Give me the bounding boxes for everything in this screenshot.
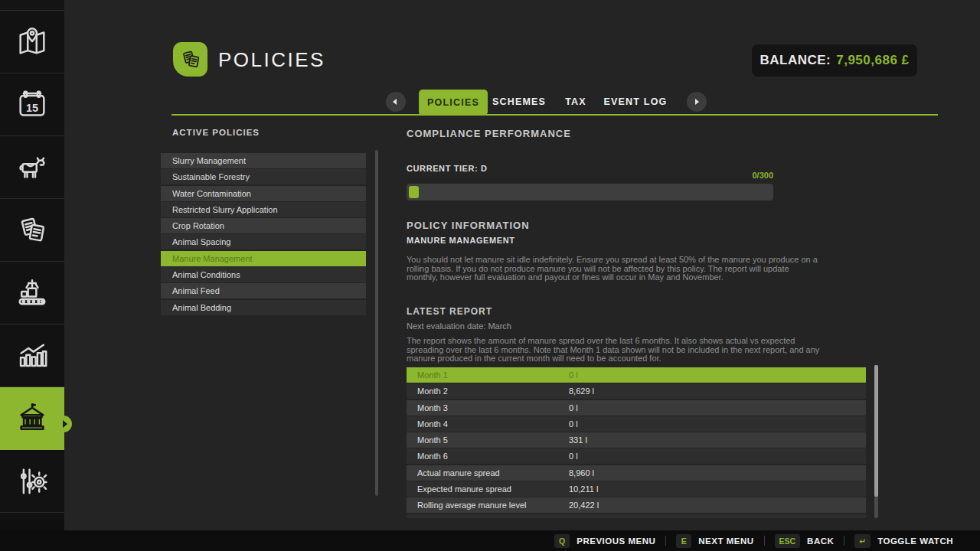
- compliance-score: 0/300: [407, 171, 773, 180]
- active-menu-pointer: [55, 416, 72, 432]
- prev-tab-button[interactable]: [386, 92, 406, 112]
- row-label: Month 1: [417, 367, 448, 383]
- row-value: 10,211 l: [569, 481, 598, 497]
- row-label: Month 6: [417, 448, 448, 464]
- row-label: Expected manure spread: [417, 481, 511, 497]
- report-description: The report shows the amount of manure sp…: [407, 337, 820, 364]
- settings-icon: [15, 464, 50, 499]
- bank-icon: [15, 401, 50, 436]
- production-icon: [15, 276, 50, 311]
- row-value: 20,422 l: [569, 497, 599, 513]
- tab-policies[interactable]: POLICIES: [419, 90, 488, 116]
- sidebar-item-settings[interactable]: [0, 450, 64, 513]
- policy-description: You should not let manure sit idle indef…: [407, 256, 818, 282]
- policy-item[interactable]: Restricted Slurry Application: [161, 202, 366, 217]
- table-row[interactable]: Month 6 0 l: [407, 448, 866, 464]
- shortcut-label: TOGGLE WATCH: [877, 536, 953, 546]
- policy-item[interactable]: Animal Spacing: [161, 234, 366, 249]
- active-policies-list: Slurry Management Sustainable Forestry W…: [161, 153, 366, 315]
- row-value: 0 l: [569, 367, 578, 383]
- report-table: Month 1 0 l Month 2 8,629 l Month 3 0 l …: [407, 367, 866, 518]
- documents-icon: [178, 47, 203, 72]
- key-esc: ESC: [775, 534, 801, 548]
- report-table-scrollbar[interactable]: [874, 365, 878, 518]
- policy-item[interactable]: Animal Conditions: [161, 267, 366, 282]
- policy-item[interactable]: Animal Bedding: [161, 300, 366, 315]
- policy-item[interactable]: Sustainable Forestry: [161, 169, 366, 184]
- policy-item[interactable]: Water Contamination: [161, 186, 366, 201]
- sidebar-item-production[interactable]: [0, 262, 64, 324]
- row-label: Month 3: [417, 400, 448, 416]
- table-row[interactable]: Month 4 0 l: [407, 416, 866, 432]
- row-value: 0: [569, 514, 573, 518]
- key-q: Q: [554, 534, 570, 548]
- sidebar-item-map[interactable]: [0, 11, 64, 73]
- statistics-icon: [15, 338, 50, 373]
- policy-item-selected[interactable]: Manure Management: [161, 251, 366, 266]
- key-e: E: [676, 534, 691, 548]
- sidebar-item-partial-top: [0, 0, 64, 11]
- table-row-selected[interactable]: Month 1 0 l: [407, 367, 866, 383]
- balance-label: BALANCE:: [760, 53, 831, 68]
- sidebar-item-statistics[interactable]: [0, 324, 64, 387]
- table-row[interactable]: Rolling average manure level 20,422 l: [407, 497, 866, 513]
- row-label: Month 4: [417, 416, 448, 432]
- shortcut-back[interactable]: ESC BACK: [775, 534, 835, 548]
- row-value: 0 l: [569, 400, 578, 416]
- balance-value: 7,950,686 £: [836, 53, 909, 68]
- table-row-partial[interactable]: Rating 0: [407, 514, 866, 518]
- policy-item[interactable]: Animal Feed: [161, 283, 366, 298]
- shortcut-toggle-watch[interactable]: ↵ TOGGLE WATCH: [854, 534, 953, 548]
- row-label: Rating: [417, 514, 442, 518]
- table-row[interactable]: Month 5 331 l: [407, 432, 866, 448]
- report-table-scrollbar-thumb[interactable]: [874, 365, 878, 497]
- footer-divider: [764, 536, 765, 546]
- policies-screen: 15: [0, 0, 980, 551]
- row-value: 8,960 l: [569, 465, 594, 481]
- compliance-heading: COMPLIANCE PERFORMANCE: [407, 128, 571, 139]
- row-label: Actual manure spread: [417, 465, 500, 481]
- shortcut-previous-menu[interactable]: Q PREVIOUS MENU: [554, 534, 655, 548]
- shortcut-label: NEXT MENU: [698, 536, 753, 546]
- table-row[interactable]: Month 2 8,629 l: [407, 383, 866, 399]
- shortcut-label: PREVIOUS MENU: [577, 536, 655, 546]
- footer-divider: [665, 536, 666, 546]
- row-value: 331 l: [569, 432, 587, 448]
- policy-item[interactable]: Crop Rotation: [161, 218, 366, 233]
- tab-tax[interactable]: TAX: [565, 90, 586, 115]
- policy-name: MANURE MANAGEMENT: [407, 236, 515, 245]
- cow-icon: [15, 150, 50, 185]
- calendar-icon: 15: [15, 87, 50, 122]
- compliance-progress-bar: [407, 184, 773, 201]
- policy-info-heading: POLICY INFORMATION: [407, 220, 530, 231]
- table-row[interactable]: Expected manure spread 10,211 l: [407, 481, 866, 497]
- policy-item[interactable]: Slurry Management: [161, 153, 366, 168]
- next-tab-button[interactable]: [687, 92, 707, 112]
- key-return-icon: ↵: [854, 534, 871, 548]
- sidebar-item-contracts[interactable]: [0, 199, 64, 262]
- sidebar-item-calendar[interactable]: 15: [0, 73, 64, 136]
- row-label: Month 2: [417, 383, 448, 399]
- sidebar-item-animals[interactable]: [0, 136, 64, 199]
- tab-underline: [172, 114, 938, 116]
- tab-schemes[interactable]: SCHEMES: [492, 90, 546, 115]
- row-label: Rolling average manure level: [417, 497, 526, 513]
- policy-list-scrollbar[interactable]: [375, 150, 378, 496]
- table-row[interactable]: Actual manure spread 8,960 l: [407, 465, 866, 481]
- active-policies-heading: ACTIVE POLICIES: [172, 128, 260, 137]
- sidebar-item-finances[interactable]: [0, 387, 64, 450]
- compliance-progress-fill: [409, 186, 419, 198]
- shortcut-label: BACK: [807, 536, 834, 546]
- next-evaluation-date: Next evaluation date: March: [407, 321, 511, 331]
- row-value: 0 l: [569, 448, 578, 464]
- tab-event-log[interactable]: EVENT LOG: [603, 90, 667, 115]
- shortcut-next-menu[interactable]: E NEXT MENU: [676, 534, 753, 548]
- latest-report-heading: LATEST REPORT: [407, 306, 492, 317]
- row-label: Month 5: [417, 432, 448, 448]
- footer-divider: [844, 536, 844, 546]
- row-value: 8,629 l: [569, 383, 594, 399]
- map-icon: [15, 24, 50, 60]
- row-value: 0 l: [569, 416, 578, 432]
- footer-shortcut-bar: Q PREVIOUS MENU E NEXT MENU ESC BACK ↵ T…: [0, 530, 980, 551]
- table-row[interactable]: Month 3 0 l: [407, 400, 866, 416]
